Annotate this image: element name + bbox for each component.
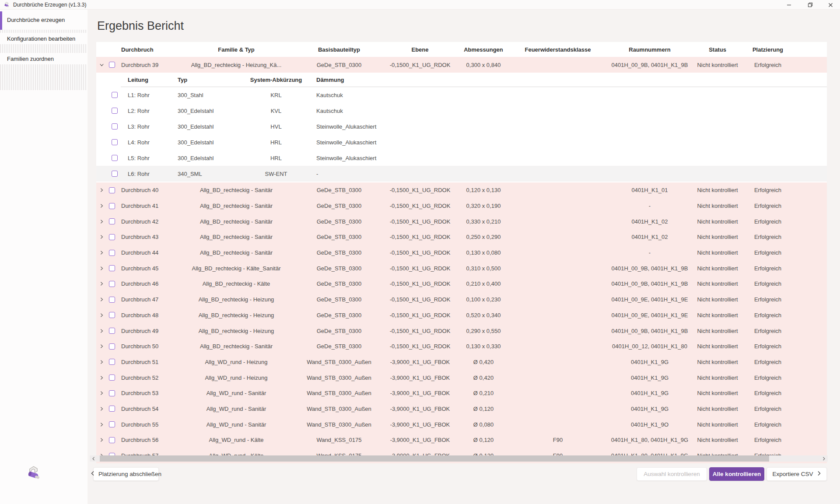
row-checkbox[interactable] xyxy=(109,328,115,334)
row-checkbox[interactable] xyxy=(109,406,115,412)
sidebar-item-konfigurationen-bearbeiten[interactable]: Konfigurationen bearbeiten xyxy=(0,33,88,44)
sidebar-item-durchbrueche-erzeugen[interactable]: Durchbrüche erzeugen xyxy=(0,10,88,30)
row-checkbox[interactable] xyxy=(109,234,115,240)
table-row[interactable]: Durchbruch 49Allg_BD_rechteckig - Heizun… xyxy=(96,323,827,339)
leitung-row[interactable]: L2: Rohr300_EdelstahlKVLKautschuk xyxy=(96,103,827,119)
expand-row-icon[interactable] xyxy=(96,188,107,192)
table-row[interactable]: Durchbruch 43Allg_BD_rechteckig - Sanitä… xyxy=(96,229,827,245)
scroll-right-arrow-icon[interactable] xyxy=(820,455,828,462)
row-checkbox[interactable] xyxy=(109,374,115,381)
leitung-row[interactable]: L5: Rohr300_EdelstahlHRLSteinwolle_Aluka… xyxy=(96,150,827,166)
expand-row-icon[interactable] xyxy=(96,391,107,396)
row-checkbox[interactable] xyxy=(109,421,115,427)
table-row[interactable]: Durchbruch 52Allg_WD_rund - HeizungWand_… xyxy=(96,370,827,385)
expand-row-icon[interactable] xyxy=(96,266,107,271)
expand-row-icon[interactable] xyxy=(96,297,107,302)
table-row[interactable]: Durchbruch 45Allg_BD_rechteckig - Kälte_… xyxy=(96,260,827,276)
checkbox-cell xyxy=(107,250,117,256)
expand-row-icon[interactable] xyxy=(96,203,107,208)
row-checkbox[interactable] xyxy=(109,390,115,396)
check-all-button[interactable]: Alle kontrollieren xyxy=(709,467,764,481)
expand-row-icon[interactable] xyxy=(96,313,107,318)
result-table: Durchbruch Familie & Typ Basisbauteiltyp… xyxy=(96,42,827,463)
table-row[interactable]: Durchbruch 46Allg_BD_rechteckig - KälteG… xyxy=(96,276,827,292)
cell-platzierung: Erfolgreich xyxy=(744,406,792,412)
cell-daemmung: Steinwolle_Alukaschiert xyxy=(309,123,416,130)
row-checkbox[interactable] xyxy=(109,265,115,271)
table-row[interactable]: Durchbruch 55Allg_WD_rund - SanitärWand_… xyxy=(96,416,827,432)
checkbox-cell xyxy=(107,421,117,427)
leitung-checkbox[interactable] xyxy=(112,108,118,114)
row-checkbox[interactable] xyxy=(109,437,115,443)
row-checkbox[interactable] xyxy=(109,343,115,350)
table-row[interactable]: Durchbruch 53Allg_WD_rund - SanitärWand_… xyxy=(96,385,827,401)
collapse-row-icon[interactable] xyxy=(96,63,107,67)
cell-abmessungen: 0,130 x 0,330 xyxy=(459,343,508,350)
scroll-left-arrow-icon[interactable] xyxy=(90,455,98,462)
row-checkbox[interactable] xyxy=(109,297,115,303)
main-content: Ergebnis Bericht Durchbruch Familie & Ty… xyxy=(88,10,840,504)
leitung-row[interactable]: L1: Rohr300_StahlKRLKautschuk xyxy=(96,87,827,103)
table-header-row: Durchbruch Familie & Typ Basisbauteiltyp… xyxy=(96,42,827,57)
row-checkbox[interactable] xyxy=(109,203,115,209)
row-checkbox[interactable] xyxy=(109,312,115,318)
cell-status: Nicht kontrolliert xyxy=(691,218,744,225)
table-row[interactable]: Durchbruch 54Allg_WD_rund - SanitärWand_… xyxy=(96,401,827,417)
leitung-checkbox[interactable] xyxy=(112,155,118,161)
table-row[interactable]: Durchbruch 44Allg_BD_rechteckig - Sanitä… xyxy=(96,245,827,261)
expand-row-icon[interactable] xyxy=(96,438,107,442)
restore-button[interactable] xyxy=(803,0,818,10)
checkbox-cell xyxy=(107,328,117,334)
close-button[interactable] xyxy=(823,0,838,10)
row-checkbox[interactable] xyxy=(109,187,115,193)
table-row[interactable]: Durchbruch 41Allg_BD_rechteckig - Sanitä… xyxy=(96,198,827,214)
minimize-button[interactable] xyxy=(781,0,796,10)
cell-durchbruch: Durchbruch 46 xyxy=(117,280,175,287)
expand-row-icon[interactable] xyxy=(96,360,107,364)
leitung-checkbox[interactable] xyxy=(112,123,118,130)
row-checkbox[interactable] xyxy=(109,359,115,365)
leitung-row[interactable]: L6: Rohr340_SMLSW-ENT- xyxy=(96,166,827,182)
sidebar-item-familien-zuordnen[interactable]: Familien zuordnen xyxy=(0,53,88,64)
table-row[interactable]: Durchbruch 47Allg_BD_rechteckig - Heizun… xyxy=(96,292,827,308)
checkbox-cell xyxy=(108,92,121,98)
table-row[interactable]: Durchbruch 56Allg_WD_rund - KälteWand_KS… xyxy=(96,432,827,448)
expand-row-icon[interactable] xyxy=(96,219,107,224)
cell-raumnummern: - xyxy=(608,249,691,256)
finish-placement-button[interactable]: Platzierung abschließen xyxy=(93,467,159,481)
leitung-row[interactable]: L4: Rohr300_EdelstahlHRLSteinwolle_Aluka… xyxy=(96,134,827,150)
table-row[interactable]: Durchbruch 39Allg_BD_rechteckig - Heizun… xyxy=(96,57,827,73)
subcolumn-header-leitung: Leitung xyxy=(121,77,178,83)
export-csv-button[interactable]: Exportiere CSV xyxy=(766,467,827,481)
expand-row-icon[interactable] xyxy=(96,281,107,286)
cell-ebene: -0,1500_K1_UG_RDOK xyxy=(381,62,459,68)
expand-row-icon[interactable] xyxy=(96,375,107,380)
table-row[interactable]: Durchbruch 50Allg_BD_rechteckig - Sanitä… xyxy=(96,339,827,354)
cell-system-abkuerzung: KRL xyxy=(243,92,309,98)
expand-row-icon[interactable] xyxy=(96,344,107,349)
table-row[interactable]: Durchbruch 51Allg_WD_rund - HeizungWand_… xyxy=(96,354,827,370)
expand-row-icon[interactable] xyxy=(96,422,107,427)
expand-row-icon[interactable] xyxy=(96,406,107,411)
leitung-row[interactable]: L3: Rohr300_EdelstahlHVLSteinwolle_Aluka… xyxy=(96,119,827,134)
leitung-checkbox[interactable] xyxy=(112,92,118,98)
expand-row-icon[interactable] xyxy=(96,234,107,239)
expand-row-icon[interactable] xyxy=(96,250,107,255)
table-row[interactable]: Durchbruch 42Allg_BD_rechteckig - Sanitä… xyxy=(96,214,827,229)
cell-abmessungen: 0,520 x 0,340 xyxy=(459,312,508,318)
expand-row-icon[interactable] xyxy=(96,329,107,333)
table-row[interactable]: Durchbruch 48Allg_BD_rechteckig - Heizun… xyxy=(96,308,827,323)
cell-abmessungen: 0,290 x 0,550 xyxy=(459,328,508,334)
table-row[interactable]: Durchbruch 40Allg_BD_rechteckig - Sanitä… xyxy=(96,182,827,198)
cell-basisbauteiltyp: Wand_STB_0300_Außen xyxy=(298,390,381,396)
sidebar-item-label: Durchbrüche erzeugen xyxy=(7,17,65,23)
row-checkbox[interactable] xyxy=(109,250,115,256)
leitung-checkbox[interactable] xyxy=(112,139,118,145)
horizontal-scrollbar[interactable] xyxy=(90,455,828,462)
row-checkbox[interactable] xyxy=(109,218,115,224)
row-checkbox[interactable] xyxy=(109,281,115,287)
leitung-checkbox[interactable] xyxy=(112,171,118,177)
row-checkbox[interactable] xyxy=(109,62,115,68)
scrollbar-thumb[interactable] xyxy=(100,455,769,462)
cell-daemmung: Kautschuk xyxy=(309,92,416,98)
